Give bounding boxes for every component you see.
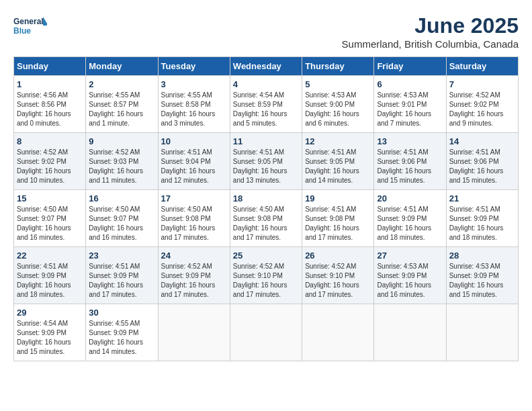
day-info: Sunrise: 4:52 AMSunset: 9:03 PMDaylight:… <box>89 148 143 184</box>
day-number: 15 <box>17 193 83 203</box>
calendar-cell: 14 Sunrise: 4:51 AMSunset: 9:06 PMDaylig… <box>446 133 518 190</box>
calendar-cell: 1 Sunrise: 4:56 AMSunset: 8:56 PMDayligh… <box>14 76 86 133</box>
calendar-cell <box>302 304 374 361</box>
day-info: Sunrise: 4:51 AMSunset: 9:06 PMDaylight:… <box>449 148 504 184</box>
day-info: Sunrise: 4:53 AMSunset: 9:00 PMDaylight:… <box>305 91 359 127</box>
day-info: Sunrise: 4:55 AMSunset: 8:58 PMDaylight:… <box>161 91 216 127</box>
day-number: 6 <box>377 79 443 89</box>
logo-svg: General Blue <box>13 13 47 44</box>
calendar-table: SundayMondayTuesdayWednesdayThursdayFrid… <box>13 56 519 361</box>
calendar-cell: 17 Sunrise: 4:50 AMSunset: 9:08 PMDaylig… <box>158 190 230 247</box>
day-number: 29 <box>17 308 83 318</box>
calendar-cell: 28 Sunrise: 4:53 AMSunset: 9:09 PMDaylig… <box>446 247 518 304</box>
calendar-cell: 18 Sunrise: 4:50 AMSunset: 9:08 PMDaylig… <box>230 190 302 247</box>
calendar-cell: 27 Sunrise: 4:53 AMSunset: 9:09 PMDaylig… <box>374 247 446 304</box>
day-info: Sunrise: 4:51 AMSunset: 9:05 PMDaylight:… <box>233 148 287 184</box>
calendar-cell <box>374 304 446 361</box>
calendar-cell: 11 Sunrise: 4:51 AMSunset: 9:05 PMDaylig… <box>230 133 302 190</box>
day-info: Sunrise: 4:53 AMSunset: 9:09 PMDaylight:… <box>449 263 504 298</box>
day-number: 24 <box>161 250 227 261</box>
day-number: 25 <box>233 250 299 261</box>
day-info: Sunrise: 4:52 AMSunset: 9:09 PMDaylight:… <box>161 263 216 298</box>
day-info: Sunrise: 4:54 AMSunset: 8:59 PMDaylight:… <box>233 91 287 127</box>
day-info: Sunrise: 4:51 AMSunset: 9:05 PMDaylight:… <box>305 148 359 184</box>
day-number: 19 <box>305 193 371 203</box>
svg-text:Blue: Blue <box>13 26 31 36</box>
calendar-cell: 19 Sunrise: 4:51 AMSunset: 9:08 PMDaylig… <box>302 190 374 247</box>
day-header-thursday: Thursday <box>302 57 374 76</box>
day-info: Sunrise: 4:51 AMSunset: 9:09 PMDaylight:… <box>377 205 431 241</box>
day-number: 7 <box>449 79 515 89</box>
calendar-cell <box>158 304 230 361</box>
day-info: Sunrise: 4:53 AMSunset: 9:09 PMDaylight:… <box>377 263 431 298</box>
logo: General Blue <box>13 13 47 44</box>
day-info: Sunrise: 4:53 AMSunset: 9:01 PMDaylight:… <box>377 91 431 127</box>
calendar-cell: 12 Sunrise: 4:51 AMSunset: 9:05 PMDaylig… <box>302 133 374 190</box>
calendar-cell: 30 Sunrise: 4:55 AMSunset: 9:09 PMDaylig… <box>86 304 158 361</box>
day-number: 17 <box>161 193 227 203</box>
day-number: 13 <box>377 136 443 146</box>
day-number: 12 <box>305 136 371 146</box>
day-info: Sunrise: 4:51 AMSunset: 9:06 PMDaylight:… <box>377 148 431 184</box>
day-info: Sunrise: 4:51 AMSunset: 9:09 PMDaylight:… <box>17 263 71 298</box>
day-number: 9 <box>89 136 154 146</box>
day-info: Sunrise: 4:50 AMSunset: 9:08 PMDaylight:… <box>161 205 216 241</box>
week-row-5: 29 Sunrise: 4:54 AMSunset: 9:09 PMDaylig… <box>14 304 519 361</box>
day-info: Sunrise: 4:51 AMSunset: 9:09 PMDaylight:… <box>449 205 504 241</box>
day-info: Sunrise: 4:50 AMSunset: 9:07 PMDaylight:… <box>17 205 71 241</box>
calendar-cell: 5 Sunrise: 4:53 AMSunset: 9:00 PMDayligh… <box>302 76 374 133</box>
day-number: 18 <box>233 193 299 203</box>
day-info: Sunrise: 4:50 AMSunset: 9:07 PMDaylight:… <box>89 205 143 241</box>
day-number: 23 <box>89 250 154 261</box>
day-info: Sunrise: 4:54 AMSunset: 9:09 PMDaylight:… <box>17 320 71 355</box>
day-header-tuesday: Tuesday <box>158 57 230 76</box>
day-number: 3 <box>161 79 227 89</box>
day-number: 28 <box>449 250 515 261</box>
week-row-2: 8 Sunrise: 4:52 AMSunset: 9:02 PMDayligh… <box>14 133 519 190</box>
calendar-cell: 23 Sunrise: 4:51 AMSunset: 9:09 PMDaylig… <box>86 247 158 304</box>
day-info: Sunrise: 4:52 AMSunset: 9:10 PMDaylight:… <box>305 263 359 298</box>
day-number: 22 <box>17 250 83 261</box>
calendar-cell: 2 Sunrise: 4:55 AMSunset: 8:57 PMDayligh… <box>86 76 158 133</box>
week-row-4: 22 Sunrise: 4:51 AMSunset: 9:09 PMDaylig… <box>14 247 519 304</box>
day-header-monday: Monday <box>86 57 158 76</box>
day-number: 27 <box>377 250 443 261</box>
days-header-row: SundayMondayTuesdayWednesdayThursdayFrid… <box>14 57 519 76</box>
day-number: 4 <box>233 79 299 89</box>
calendar-cell: 21 Sunrise: 4:51 AMSunset: 9:09 PMDaylig… <box>446 190 518 247</box>
day-number: 10 <box>161 136 227 146</box>
day-info: Sunrise: 4:55 AMSunset: 9:09 PMDaylight:… <box>89 320 143 355</box>
calendar-cell: 10 Sunrise: 4:51 AMSunset: 9:04 PMDaylig… <box>158 133 230 190</box>
day-header-saturday: Saturday <box>446 57 518 76</box>
calendar-cell: 13 Sunrise: 4:51 AMSunset: 9:06 PMDaylig… <box>374 133 446 190</box>
calendar-cell: 4 Sunrise: 4:54 AMSunset: 8:59 PMDayligh… <box>230 76 302 133</box>
day-info: Sunrise: 4:56 AMSunset: 8:56 PMDaylight:… <box>17 91 71 127</box>
week-row-3: 15 Sunrise: 4:50 AMSunset: 9:07 PMDaylig… <box>14 190 519 247</box>
day-number: 16 <box>89 193 154 203</box>
day-header-friday: Friday <box>374 57 446 76</box>
day-info: Sunrise: 4:51 AMSunset: 9:09 PMDaylight:… <box>89 263 143 298</box>
calendar-cell: 29 Sunrise: 4:54 AMSunset: 9:09 PMDaylig… <box>14 304 86 361</box>
day-info: Sunrise: 4:52 AMSunset: 9:02 PMDaylight:… <box>17 148 71 184</box>
calendar-cell: 7 Sunrise: 4:52 AMSunset: 9:02 PMDayligh… <box>446 76 518 133</box>
day-info: Sunrise: 4:52 AMSunset: 9:10 PMDaylight:… <box>233 263 287 298</box>
svg-text:General: General <box>13 17 44 26</box>
month-title: June 2025 <box>342 13 519 38</box>
day-info: Sunrise: 4:52 AMSunset: 9:02 PMDaylight:… <box>449 91 504 127</box>
day-number: 30 <box>89 308 154 318</box>
calendar-cell: 9 Sunrise: 4:52 AMSunset: 9:03 PMDayligh… <box>86 133 158 190</box>
calendar-cell: 3 Sunrise: 4:55 AMSunset: 8:58 PMDayligh… <box>158 76 230 133</box>
day-number: 2 <box>89 79 154 89</box>
day-number: 14 <box>449 136 515 146</box>
day-number: 21 <box>449 193 515 203</box>
day-info: Sunrise: 4:55 AMSunset: 8:57 PMDaylight:… <box>89 91 143 127</box>
day-number: 8 <box>17 136 83 146</box>
calendar-cell: 15 Sunrise: 4:50 AMSunset: 9:07 PMDaylig… <box>14 190 86 247</box>
location-title: Summerland, British Columbia, Canada <box>342 38 519 50</box>
day-info: Sunrise: 4:51 AMSunset: 9:04 PMDaylight:… <box>161 148 216 184</box>
calendar-cell: 24 Sunrise: 4:52 AMSunset: 9:09 PMDaylig… <box>158 247 230 304</box>
calendar-cell <box>446 304 518 361</box>
calendar-cell: 22 Sunrise: 4:51 AMSunset: 9:09 PMDaylig… <box>14 247 86 304</box>
day-header-wednesday: Wednesday <box>230 57 302 76</box>
week-row-1: 1 Sunrise: 4:56 AMSunset: 8:56 PMDayligh… <box>14 76 519 133</box>
